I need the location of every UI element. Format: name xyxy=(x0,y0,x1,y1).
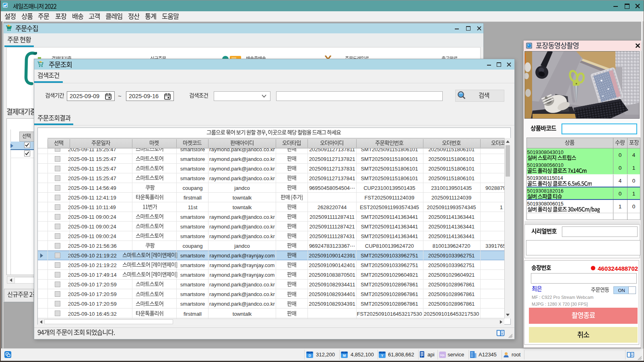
svg-text:M: M xyxy=(343,354,346,358)
svg-text:SQL: SQL xyxy=(440,354,445,356)
svg-text:D: D xyxy=(308,354,311,358)
svg-text:w: w xyxy=(5,5,7,7)
svg-text:Y: Y xyxy=(381,354,384,358)
